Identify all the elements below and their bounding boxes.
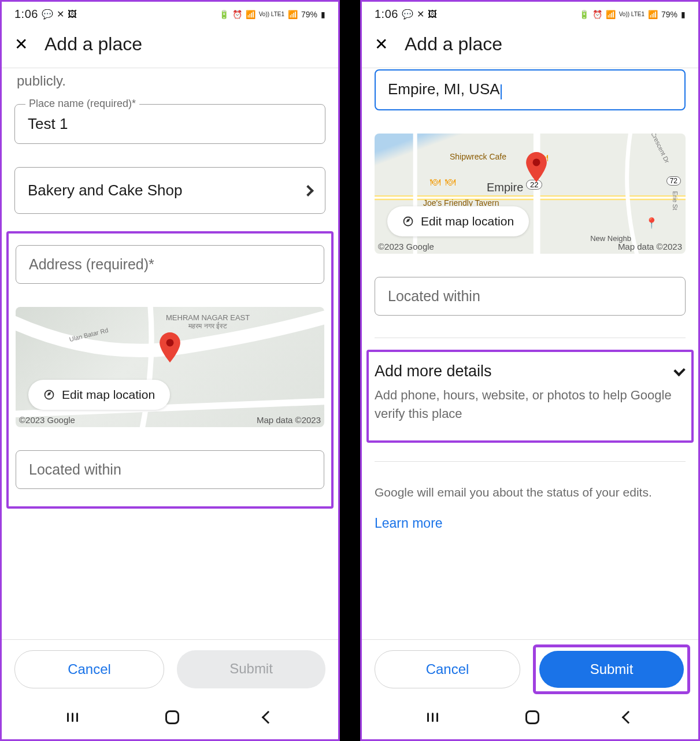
place-name-label: Place name (required)* bbox=[25, 98, 139, 110]
divider bbox=[375, 338, 686, 338]
map-preview[interactable]: MEHRAM NAGAR EAST महरम नगर ईस्ट Ulan Bat… bbox=[16, 307, 324, 427]
edit-map-location-button[interactable]: Edit map location bbox=[387, 206, 529, 236]
annotation-highlight-submit: Submit bbox=[533, 644, 690, 694]
submit-button[interactable]: Submit bbox=[539, 651, 684, 688]
wifi-icon: 📶 bbox=[246, 10, 255, 19]
edit-map-location-label: Edit map location bbox=[62, 388, 155, 402]
status-time: 1:06 bbox=[375, 8, 398, 21]
page-header: ✕ Add a place bbox=[2, 24, 338, 68]
annotation-highlight-more-details: Add more details Add phone, hours, websi… bbox=[366, 350, 694, 443]
edit-map-location-label: Edit map location bbox=[421, 214, 514, 228]
status-email-info: Google will email you about the status o… bbox=[375, 484, 686, 501]
status-bar: 1:06 💬 ✕ 🖼 🔋 ⏰ 📶 Vo)) LTE1 📶 79% ▮ bbox=[2, 2, 338, 24]
nav-recents-icon[interactable] bbox=[427, 713, 441, 722]
footer-actions: Cancel Submit bbox=[2, 639, 338, 699]
map-area-label: MEHRAM NAGAR EAST महरम नगर ईस्ट bbox=[166, 314, 250, 331]
status-bar: 1:06 💬 ✕ 🖼 🔋 ⏰ 📶 Vo)) LTE1 📶 79% ▮ bbox=[362, 2, 698, 24]
status-battery-pct: 79% bbox=[301, 10, 317, 19]
edit-map-location-button[interactable]: Edit map location bbox=[28, 380, 170, 410]
add-more-details-title: Add more details bbox=[375, 362, 676, 380]
category-value: Bakery and Cake Shop bbox=[28, 181, 182, 199]
nav-recents-icon[interactable] bbox=[67, 713, 81, 722]
add-more-details-expander[interactable]: Add more details Add phone, hours, websi… bbox=[375, 360, 686, 428]
address-value: Empire, MI, USA bbox=[388, 80, 500, 98]
status-network: Vo)) LTE1 bbox=[619, 11, 645, 17]
footer-actions: Cancel Submit bbox=[362, 639, 698, 699]
located-within-placeholder: Located within bbox=[388, 288, 672, 305]
status-battery-pct: 79% bbox=[661, 10, 677, 19]
location-pin-icon: 📍 bbox=[645, 217, 658, 229]
battery-icon: ▮ bbox=[321, 10, 325, 19]
add-more-details-subtitle: Add phone, hours, website, or photos to … bbox=[375, 386, 676, 423]
battery-saver-icon: 🔋 bbox=[219, 10, 229, 19]
chevron-right-icon bbox=[302, 185, 314, 197]
signal-icon: 📶 bbox=[288, 10, 298, 19]
page-header: ✕ Add a place bbox=[362, 24, 698, 68]
place-name-value: Test 1 bbox=[28, 115, 312, 133]
category-select[interactable]: Bakery and Cake Shop bbox=[14, 167, 325, 214]
map-copyright: ©2023 Google bbox=[19, 415, 75, 425]
divider bbox=[375, 461, 686, 462]
missed-call-icon: ✕ bbox=[57, 9, 64, 20]
address-field[interactable]: Address (required)* bbox=[16, 245, 324, 284]
text-cursor bbox=[501, 84, 502, 99]
route-badge: 72 bbox=[666, 176, 681, 186]
nav-back-icon[interactable] bbox=[262, 711, 275, 724]
cancel-button[interactable]: Cancel bbox=[375, 650, 520, 688]
battery-icon: ▮ bbox=[681, 10, 686, 19]
image-icon: 🖼 bbox=[428, 9, 437, 20]
located-within-field[interactable]: Located within bbox=[16, 450, 324, 489]
address-placeholder: Address (required)* bbox=[29, 256, 311, 273]
submit-button-disabled: Submit bbox=[177, 650, 325, 688]
close-icon[interactable]: ✕ bbox=[375, 35, 388, 54]
edit-location-icon bbox=[402, 216, 414, 227]
status-time: 1:06 bbox=[14, 8, 38, 21]
battery-saver-icon: 🔋 bbox=[579, 10, 589, 19]
map-poi-label: Shipwreck Cafe bbox=[450, 152, 506, 161]
cancel-button[interactable]: Cancel bbox=[14, 650, 164, 688]
wifi-icon: 📶 bbox=[606, 10, 616, 19]
nav-home-icon[interactable] bbox=[165, 710, 179, 724]
page-title: Add a place bbox=[405, 34, 502, 55]
map-data-attribution: Map data ©2023 bbox=[257, 415, 321, 425]
android-nav-bar bbox=[362, 699, 698, 739]
nav-home-icon[interactable] bbox=[525, 710, 539, 724]
missed-call-icon: ✕ bbox=[417, 9, 424, 20]
edit-location-icon bbox=[43, 389, 55, 401]
phone-screen-right: 1:06 💬 ✕ 🖼 🔋 ⏰ 📶 Vo)) LTE1 📶 79% ▮ ✕ Add… bbox=[360, 0, 700, 741]
map-data-attribution: Map data ©2023 bbox=[618, 242, 682, 251]
close-icon[interactable]: ✕ bbox=[14, 35, 28, 54]
alarm-icon: ⏰ bbox=[232, 10, 242, 19]
annotation-highlight-address-section: Address (required)* MEHRAM NAGAR EAST मह… bbox=[6, 231, 334, 509]
map-road-label: Ulan Batar Rd bbox=[69, 327, 109, 343]
chat-icon: 💬 bbox=[402, 9, 413, 20]
nav-back-icon[interactable] bbox=[622, 711, 635, 724]
food-pin-icon: 🍽 bbox=[430, 176, 440, 188]
signal-icon: 📶 bbox=[648, 10, 658, 19]
map-pin-icon bbox=[157, 332, 183, 365]
map-preview[interactable]: Shipwreck Cafe 🍽 🍽 🍽 Joe's Friendly Tave… bbox=[375, 134, 686, 254]
map-road-label: Crescent Dr bbox=[650, 134, 671, 164]
map-copyright: ©2023 Google bbox=[378, 242, 434, 251]
android-nav-bar bbox=[2, 699, 338, 739]
svg-point-0 bbox=[166, 339, 174, 346]
learn-more-link[interactable]: Learn more bbox=[375, 516, 686, 531]
map-pin-icon bbox=[524, 152, 549, 184]
chat-icon: 💬 bbox=[42, 9, 53, 20]
svg-point-2 bbox=[532, 158, 540, 166]
status-network: Vo)) LTE1 bbox=[259, 11, 284, 17]
located-within-placeholder: Located within bbox=[29, 461, 311, 478]
screenshot-divider bbox=[340, 0, 360, 741]
map-town-label: Empire bbox=[487, 181, 523, 194]
food-pin-icon: 🍽 bbox=[445, 176, 455, 188]
phone-screen-left: 1:06 💬 ✕ 🖼 🔋 ⏰ 📶 Vo)) LTE1 📶 79% ▮ ✕ Add… bbox=[0, 0, 340, 741]
map-road-label: Erie St bbox=[672, 191, 679, 210]
alarm-icon: ⏰ bbox=[592, 10, 602, 19]
located-within-field[interactable]: Located within bbox=[375, 277, 686, 316]
address-field-focused[interactable]: Empire, MI, USA bbox=[375, 69, 686, 110]
place-name-field[interactable]: Place name (required)* Test 1 bbox=[14, 104, 325, 144]
image-icon: 🖼 bbox=[68, 9, 77, 20]
page-title: Add a place bbox=[45, 34, 142, 55]
